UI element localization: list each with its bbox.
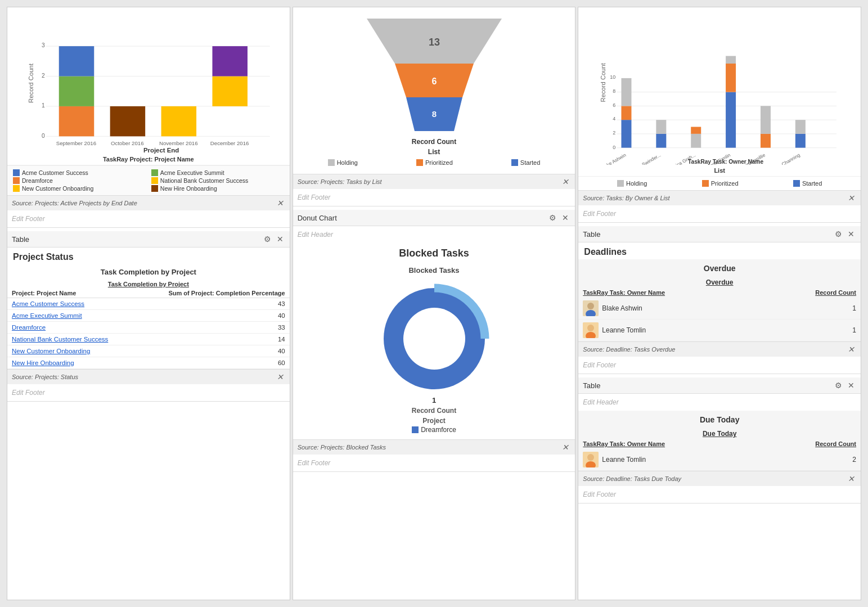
close-icon[interactable]: ✕ (275, 235, 285, 244)
legend-item-new-customer: New Customer Onboarding (13, 185, 146, 192)
project-link[interactable]: Dreamforce (12, 324, 46, 331)
y-axis-label: Record Count (28, 63, 34, 103)
donut-legend-title: Project (421, 416, 447, 426)
donut-edit-footer[interactable]: Edit Footer (293, 455, 575, 471)
svg-point-68 (587, 454, 594, 461)
svg-text:TaskRay Task: Owner Name: TaskRay Task: Owner Name (688, 159, 763, 165)
overdue-title: Overdue (578, 259, 861, 277)
table-edit-footer[interactable]: Edit Footer (7, 384, 290, 401)
svg-rect-41 (622, 106, 632, 120)
donut-legend-item: Dreamforce (412, 426, 456, 434)
project-table: Acme Customer Success 43 Acme Executive … (7, 298, 290, 369)
person-row-leanne: Leanne Tomlin 1 (578, 320, 861, 341)
donut-count: 1 (431, 395, 437, 406)
table-title: Task Completion by Project (7, 264, 290, 280)
widget-title: Table (12, 235, 29, 244)
svg-text:December 2016: December 2016 (210, 140, 249, 146)
legend-item-acme-es: Acme Executive Summit (151, 169, 284, 176)
svg-rect-14 (212, 46, 248, 76)
due-today-settings-icon[interactable]: ⚙ (833, 381, 844, 390)
donut-title: Blocked Tasks (293, 243, 575, 264)
svg-text:November 2016: November 2016 (159, 140, 198, 146)
overdue-edit-footer[interactable]: Edit Footer (578, 357, 861, 374)
person-name: Leanne Tomlin (602, 326, 646, 334)
widget-funnel: 13 6 8 Record Count List Holding (293, 7, 575, 206)
due-today-close-icon[interactable]: ✕ (846, 381, 856, 390)
widget-owner-chart: Record Count 0 2 4 6 8 10 (578, 7, 861, 223)
svg-text:2: 2 (613, 130, 616, 136)
section-title: Project Status (7, 248, 290, 264)
avatar-leanne-today (583, 452, 599, 467)
svg-rect-10 (59, 46, 95, 76)
svg-rect-8 (59, 106, 95, 136)
deadlines-header: Table ⚙ ✕ (578, 226, 861, 242)
overdue-subtitle: Overdue (578, 277, 861, 287)
legend-item-acme-cs: Acme Customer Success (13, 169, 146, 176)
widget-project-status: Table ⚙ ✕ Project Status Task Completion… (7, 231, 290, 402)
overdue-section: Overdue Overdue TaskRay Task: Owner Name… (578, 259, 861, 341)
project-link[interactable]: New Customer Onboarding (12, 348, 90, 354)
funnel-source: Source: Projects: Tasks by List ✕ (293, 174, 575, 189)
overdue-col-headers: TaskRay Task: Owner Name Record Count (578, 287, 861, 298)
table-close-icon[interactable]: ✕ (275, 372, 285, 381)
svg-text:6: 6 (613, 102, 616, 108)
funnel-svg: 13 6 8 (356, 13, 513, 137)
legend-item-new-hire: New Hire Onboarding (151, 185, 284, 192)
svg-rect-53 (795, 120, 806, 134)
due-today-edit-header[interactable]: Edit Header (578, 394, 861, 411)
overdue-close-icon[interactable]: ✕ (846, 345, 856, 354)
due-today-subtitle: Due Today (578, 429, 861, 439)
project-link[interactable]: National Bank Customer Success (12, 336, 108, 343)
funnel-legend: Holding Prioritized Started (299, 157, 570, 168)
due-today-section: Due Today Due Today TaskRay Task: Owner … (578, 411, 861, 471)
table-row: National Bank Customer Success 14 (7, 334, 290, 345)
avatar-leanne (583, 322, 599, 338)
due-today-title: Due Today (578, 411, 861, 429)
chart-1-edit-footer[interactable]: Edit Footer (7, 210, 290, 227)
table-row: New Hire Onboarding 60 (7, 357, 290, 369)
table-subtitle: Task Completion by Project (7, 280, 290, 289)
donut-widget-title: Donut Chart (298, 214, 337, 222)
project-link[interactable]: New Hire Onboarding (12, 359, 74, 366)
chart-1-close-icon[interactable]: ✕ (275, 199, 285, 208)
table-row: Acme Executive Summit 40 (7, 310, 290, 322)
due-today-close-icon-src[interactable]: ✕ (846, 474, 856, 483)
donut-source-close-icon[interactable]: ✕ (560, 443, 570, 452)
svg-text:Blake Ashwin: Blake Ashwin (600, 152, 627, 165)
bar-chart-svg: Record Count 0 1 2 3 (13, 13, 284, 154)
donut-edit-header[interactable]: Edit Header (293, 226, 575, 243)
due-today-source: Source: Deadline: Tasks Due Today ✕ (578, 471, 861, 486)
svg-text:13: 13 (428, 37, 439, 48)
settings-icon[interactable]: ⚙ (262, 235, 273, 244)
svg-point-27 (403, 308, 465, 370)
svg-text:2: 2 (42, 73, 45, 79)
widget-deadlines: Table ⚙ ✕ Deadlines Overdue Overdue Task… (578, 226, 861, 374)
funnel-close-icon[interactable]: ✕ (560, 177, 570, 186)
chart-1-title: TaskRay Project: Project Name (7, 154, 290, 165)
svg-text:0: 0 (613, 145, 616, 150)
donut-close-icon[interactable]: ✕ (560, 213, 570, 222)
project-link[interactable]: Acme Executive Summit (12, 312, 82, 319)
due-today-widget-title: Table (583, 381, 600, 390)
project-link[interactable]: Acme Customer Success (12, 300, 84, 307)
svg-rect-52 (795, 134, 806, 148)
person-count: 1 (852, 326, 856, 334)
deadlines-section-title: Deadlines (578, 242, 861, 259)
svg-text:3: 3 (42, 42, 45, 48)
person-count: 1 (852, 304, 856, 312)
svg-rect-45 (691, 134, 701, 148)
legend-item-dreamforce: Dreamforce (13, 177, 146, 184)
owner-chart-close-icon[interactable]: ✕ (846, 194, 856, 203)
svg-text:Record Count: Record Count (600, 62, 607, 102)
chart-1-source: Source: Projects: Active Projects by End… (7, 195, 290, 210)
owner-chart-edit-footer[interactable]: Edit Footer (578, 205, 861, 222)
svg-rect-43 (656, 134, 667, 148)
deadlines-close-icon[interactable]: ✕ (846, 230, 856, 239)
funnel-edit-footer[interactable]: Edit Footer (293, 189, 575, 206)
donut-header: Donut Chart ⚙ ✕ (293, 210, 575, 226)
donut-settings-icon[interactable]: ⚙ (547, 213, 558, 222)
deadlines-settings-icon[interactable]: ⚙ (833, 230, 844, 239)
avatar-blake (583, 300, 599, 316)
svg-rect-49 (726, 56, 736, 64)
due-today-edit-footer[interactable]: Edit Footer (578, 486, 861, 503)
